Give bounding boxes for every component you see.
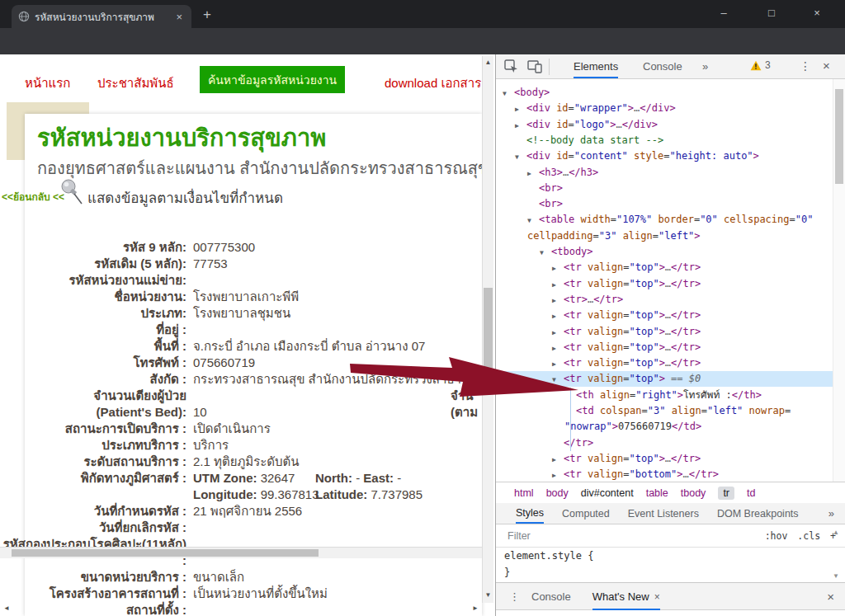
- dom-node[interactable]: <td colspan="3" align="left" nowrap=: [496, 403, 833, 419]
- more-tabs-icon[interactable]: »: [702, 60, 708, 73]
- dom-node[interactable]: ▶<tr valign="top">…</tr>: [496, 260, 833, 275]
- breadcrumb-item[interactable]: table: [646, 487, 668, 499]
- dom-node[interactable]: ▶<tr valign="top">…</tr>: [496, 451, 833, 467]
- styles-tab-styles[interactable]: Styles: [516, 503, 544, 524]
- breadcrumb-item[interactable]: body: [546, 487, 569, 499]
- expand-icon[interactable]: ▶: [552, 452, 556, 468]
- inspect-element-icon[interactable]: [504, 59, 518, 73]
- scroll-right-icon[interactable]: ►: [470, 604, 480, 612]
- page-vertical-scrollbar-thumb[interactable]: [484, 288, 493, 375]
- drawer-tab-what-s-new[interactable]: What's New×: [592, 583, 660, 610]
- warnings-badge[interactable]: 3: [750, 59, 771, 71]
- dom-node[interactable]: ▶<h3>…</h3>: [496, 165, 833, 181]
- expand-icon[interactable]: ▶: [552, 356, 556, 372]
- collapse-icon[interactable]: ▼: [515, 149, 519, 165]
- breadcrumb-item[interactable]: td: [747, 487, 755, 499]
- window-close-button[interactable]: ×: [805, 7, 829, 19]
- nav-item-2[interactable]: ประชาสัมพันธ์: [97, 73, 174, 93]
- breadcrumb-item[interactable]: tr: [718, 487, 734, 500]
- collapse-icon[interactable]: ▼: [503, 86, 507, 101]
- dom-node[interactable]: <th align="right">โทรศัพท์ :</th>: [496, 388, 833, 403]
- devtools-close-icon[interactable]: ×: [823, 59, 830, 73]
- dom-node[interactable]: </tr>: [496, 435, 833, 451]
- breadcrumb-item[interactable]: tbody: [681, 487, 706, 499]
- dom-node[interactable]: ▼<body>: [496, 85, 833, 101]
- field-value: [193, 602, 482, 616]
- expand-icon[interactable]: ▶: [552, 261, 556, 276]
- nav-item-3[interactable]: ค้นหาข้อมูลรหัสหน่วยงาน: [200, 66, 345, 93]
- browser-tab[interactable]: รหัสหน่วยงานบริการสุขภาพ ×: [12, 5, 191, 28]
- dom-node[interactable]: <!--body data start -->: [496, 133, 833, 148]
- expand-icon[interactable]: ▶: [552, 308, 556, 324]
- dom-node[interactable]: "nowrap">075660719</td>: [496, 419, 833, 435]
- drawer-tab-console[interactable]: Console: [531, 583, 571, 610]
- field-row: จำนวนเตียงผู้ป่วย (Patient's Bed):10: [0, 388, 482, 421]
- tab-elements[interactable]: Elements: [574, 54, 618, 78]
- more-actions-icon[interactable]: …: [498, 371, 504, 387]
- styles-scroll-up-icon[interactable]: ▲: [829, 529, 843, 536]
- field-value: 21 พฤศจิกายน 2556: [193, 503, 482, 520]
- drawer-tab-close-icon[interactable]: ×: [654, 591, 660, 603]
- scroll-down-icon[interactable]: ▼: [483, 591, 493, 599]
- dom-node[interactable]: ▼<table width="107%" border="0" cellspac…: [496, 212, 833, 228]
- dom-node[interactable]: ▶<div id="logo">…</div>: [496, 117, 833, 133]
- styles-tab-event-listeners[interactable]: Event Listeners: [628, 508, 699, 520]
- expand-icon[interactable]: ▶: [527, 166, 531, 181]
- expand-icon[interactable]: ▶: [552, 341, 556, 356]
- breadcrumb-item[interactable]: div#content: [581, 487, 634, 499]
- expand-icon[interactable]: ▶: [552, 468, 556, 482]
- field-value: 10: [193, 404, 482, 421]
- tab-console[interactable]: Console: [643, 54, 682, 78]
- dom-node[interactable]: <br>: [496, 181, 833, 196]
- dom-node[interactable]: ▶<tr valign="top">…</tr>: [496, 340, 833, 355]
- drawer-close-icon[interactable]: ×: [827, 590, 834, 604]
- device-toolbar-icon[interactable]: [527, 59, 542, 73]
- styles-tab-dom-breakpoints[interactable]: DOM Breakpoints: [717, 508, 799, 520]
- page-horizontal-scrollbar-thumb[interactable]: [12, 549, 319, 557]
- dom-node[interactable]: ▶<tr valign="top">…</tr>: [496, 355, 833, 371]
- styles-tab-computed[interactable]: Computed: [562, 508, 610, 520]
- styles-filter-input[interactable]: Filter: [507, 530, 765, 542]
- dom-node[interactable]: ▶<tr valign="bottom">…</tr>: [496, 467, 833, 482]
- window-minimize-button[interactable]: –: [711, 7, 736, 19]
- dom-node[interactable]: cellpadding="3" align="left">: [496, 228, 833, 244]
- dom-node[interactable]: <br>: [496, 196, 833, 212]
- hov-toggle[interactable]: :hov: [765, 530, 788, 542]
- expand-icon[interactable]: ▶: [552, 325, 556, 341]
- dom-node[interactable]: …▼<tr valign="top"> == $0: [496, 371, 833, 387]
- expand-icon[interactable]: ▶: [552, 293, 556, 308]
- scroll-left-icon[interactable]: ◄: [2, 604, 12, 612]
- window-maximize-button[interactable]: □: [759, 7, 784, 19]
- dom-node[interactable]: ▶<tr>…</tr>: [496, 292, 833, 308]
- element-style-block[interactable]: element.style { }: [496, 548, 845, 582]
- cls-toggle[interactable]: .cls: [797, 530, 820, 542]
- nav-item-4[interactable]: download เอกสาร: [385, 73, 481, 93]
- expand-icon[interactable]: ▶: [515, 101, 519, 117]
- styles-more-tabs-icon[interactable]: »: [828, 507, 834, 520]
- collapse-icon[interactable]: ▼: [552, 372, 556, 388]
- field-value: โรงพยาบาลเกาะพีพี: [193, 289, 482, 305]
- dom-node[interactable]: ▼<div id="content" style="height: auto">: [496, 148, 833, 164]
- dom-node[interactable]: ▶<div id="wrapper">…</div>: [496, 101, 833, 116]
- dom-node[interactable]: ▶<tr valign="top">…</tr>: [496, 276, 833, 292]
- collapse-icon[interactable]: ▼: [527, 213, 531, 228]
- nav-item-1[interactable]: หน้าแรก: [25, 73, 70, 93]
- dom-node[interactable]: ▶<tr valign="top">…</tr>: [496, 324, 833, 340]
- scroll-up-icon[interactable]: ▲: [483, 59, 493, 66]
- devtools-menu-kebab-icon[interactable]: ⋮: [800, 59, 811, 73]
- expand-icon[interactable]: ▶: [515, 118, 519, 134]
- collapse-icon[interactable]: ▼: [540, 245, 544, 261]
- drawer-menu-kebab-icon[interactable]: ⋮: [509, 590, 520, 603]
- styles-scroll-down-icon[interactable]: ▼: [829, 572, 843, 580]
- dom-node-text: <div id="content" style="height: auto">: [526, 148, 759, 164]
- dom-node-text: <br>: [539, 196, 563, 212]
- back-link[interactable]: <<ย้อนกลับ <<: [2, 189, 64, 205]
- expand-icon[interactable]: ▶: [552, 277, 556, 293]
- devtools-scrollbar-thumb[interactable]: [835, 89, 843, 184]
- breadcrumb-item[interactable]: html: [514, 487, 534, 499]
- tab-close-icon[interactable]: ×: [173, 11, 185, 23]
- new-tab-button[interactable]: +: [203, 7, 211, 23]
- dom-node[interactable]: ▶<tr valign="top">…</tr>: [496, 308, 833, 323]
- result-note: แสดงข้อมูลตามเงื่อนไขที่กำหนด: [87, 186, 283, 209]
- dom-node[interactable]: ▼<tbody>: [496, 244, 833, 260]
